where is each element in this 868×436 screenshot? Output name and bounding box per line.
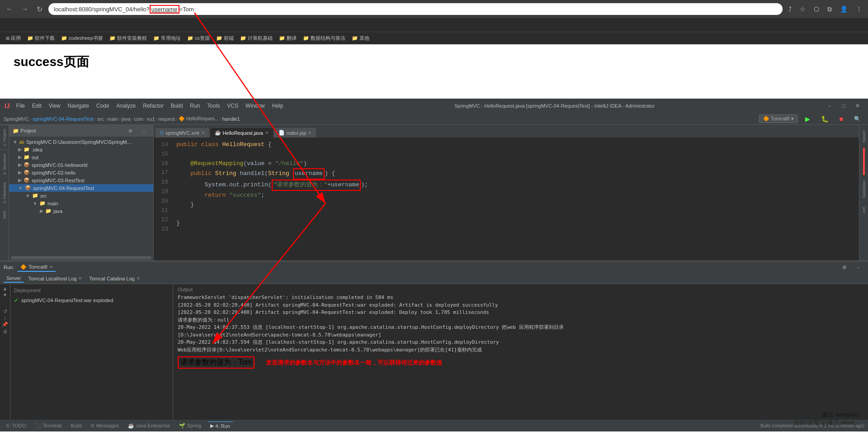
menu-tools[interactable]: Tools [204, 101, 222, 111]
menu-navigate[interactable]: Navigate [65, 101, 92, 111]
bookmark-cs[interactable]: 📁cs资源 [185, 34, 212, 43]
menu-code[interactable]: Code [94, 101, 112, 111]
split-view-button[interactable]: ⧉ [825, 5, 834, 14]
run-catalina-log-tab[interactable]: Tomcat Catalina Log ✕ [86, 275, 142, 282]
java-enterprise-tab[interactable]: ☕ Java Enterprise [125, 422, 173, 430]
tree-module2[interactable]: ▶ 📦 springMVC-02-hello [9, 169, 153, 176]
database-panel-button[interactable]: Database [860, 177, 868, 202]
menu-file[interactable]: File [14, 101, 28, 111]
tab-index-jsp[interactable]: 📄 index.jsp ✕ [274, 128, 316, 137]
bookmark-cs-basics[interactable]: 📁计算机基础 [238, 34, 275, 43]
spring-tab[interactable]: 🌱 Spring [176, 422, 204, 430]
back-button[interactable]: ← [4, 4, 15, 14]
web-tab[interactable]: Web [0, 207, 9, 223]
tree-out[interactable]: ▶ 📁 out [9, 153, 153, 161]
scroll-down-button[interactable]: ▼ [3, 292, 8, 298]
structure-tab[interactable]: 2: Structure [0, 150, 9, 179]
ide-sidebar: 📁 Project ⚙ ＿ ▼ 🗁 SpringMVC D:\Java\ssm\… [9, 125, 154, 261]
menu-run[interactable]: Run [187, 101, 203, 111]
ant-panel-button[interactable]: Ant [860, 204, 868, 217]
bookmark-codesheep[interactable]: 📁codesheep书签 [59, 34, 105, 43]
bookmark-translate[interactable]: 📁翻译 [277, 34, 299, 43]
ide-editor: ⟨⟩ springMVC.xml ✕ ☕ HelloRequest.java ✕… [154, 125, 859, 261]
code-line-19: return "success"; [176, 191, 854, 200]
messages-tab[interactable]: 0: Messages [88, 422, 122, 429]
tree-idea[interactable]: ▶ 📁 .idea [9, 146, 153, 153]
ide-maximize-button[interactable]: □ [839, 101, 849, 111]
run-config-dropdown[interactable]: 🔶 Tomcat8 ▾ [759, 114, 798, 123]
tab-springmvc-xml[interactable]: ⟨⟩ springMVC.xml ✕ [156, 128, 209, 137]
terminal-tab[interactable]: ⬛ Terminal [33, 422, 65, 430]
bookmark-button[interactable]: ☆ [797, 5, 808, 14]
search-everywhere-button[interactable]: 🔍 [850, 115, 864, 123]
menu-build[interactable]: Build [168, 101, 186, 111]
print-button[interactable]: 🖨 [3, 328, 8, 334]
bookmark-frontend[interactable]: 📁前端 [214, 34, 236, 43]
browser-chrome: ← → ↻ localhost:8080/springMVC_04/hello?… [0, 0, 868, 44]
tree-java[interactable]: ▶ 📁 java [9, 207, 153, 215]
run-localhost-log-tab[interactable]: Tomcat Localhost Log ✕ [25, 275, 85, 282]
bookmark-other[interactable]: 📁其他 [349, 34, 372, 43]
sidebar-scrollbar[interactable] [11, 256, 151, 260]
ide-minimize-button[interactable]: － [823, 101, 836, 111]
profile-button[interactable]: 👤 [838, 5, 850, 14]
bookmark-install[interactable]: 📁软件安装教程 [107, 34, 149, 43]
tree-module1[interactable]: ▶ 📦 springMVC-01-helloworld [9, 161, 153, 169]
run-server-tab[interactable]: Server [4, 275, 24, 283]
forward-button[interactable]: → [19, 4, 31, 14]
chrome-menu-button[interactable]: ⋮ [854, 5, 864, 14]
code-line-18: System.out.println("请求参数的值为："+username); [176, 180, 854, 191]
pin-button[interactable]: 📌 [2, 322, 8, 327]
run-tab[interactable]: ▶ 4: Run [208, 422, 232, 430]
tree-module3[interactable]: ▶ 📦 springMVC-03-RestTest [9, 176, 153, 184]
project-tab[interactable]: 1: Project [0, 125, 9, 150]
project-tree: ▼ 🗁 SpringMVC D:\Java\ssm\SpringMVC\Spri… [9, 137, 153, 255]
bookmark-software[interactable]: 📁软件下载 [25, 34, 57, 43]
ide-menu: File Edit View Navigate Code Analyze Ref… [14, 101, 286, 111]
tree-src[interactable]: ▼ 📁 src [9, 192, 153, 199]
tab-hellorequest-java[interactable]: ☕ HelloRequest.java ✕ [210, 128, 273, 137]
code-line-15 [176, 150, 854, 159]
scroll-refresh-button[interactable]: ↺ [3, 308, 7, 314]
menu-help[interactable]: Help [269, 101, 286, 111]
favorites-tab[interactable]: 2: Favorites [0, 179, 9, 207]
reload-button[interactable]: ↻ [34, 4, 45, 14]
build-tab[interactable]: Build [68, 422, 84, 429]
bookmark-common[interactable]: 📁常用地址 [151, 34, 183, 43]
scroll-up-button[interactable]: ▲ [3, 286, 8, 291]
menu-window[interactable]: Window [243, 101, 268, 111]
activation-line2: 转到"设置"以激活 Wind... [794, 419, 859, 427]
tree-module4[interactable]: ▼ 📦 springMVC-04-RequestTest [9, 184, 153, 192]
sidebar-collapse-button[interactable]: ＿ [138, 127, 150, 135]
run-panel-minimize-button[interactable]: － [852, 263, 864, 272]
stop-button[interactable]: ■ [836, 114, 847, 123]
deployment-item: ✓ springMVC-04-RequestTest:war exploded [14, 296, 169, 305]
ide-logo: IJ [5, 102, 10, 109]
code-line-16: @RequestMapping(value = "/hello") [176, 159, 854, 169]
debug-button[interactable]: 🐛 [817, 114, 832, 123]
menu-refactor[interactable]: Refactor [140, 101, 166, 111]
run-build-button[interactable]: ▶ [802, 114, 814, 123]
sidebar-header: 📁 Project ⚙ ＿ [9, 125, 153, 137]
menu-analyze[interactable]: Analyze [114, 101, 139, 111]
page-title: success页面 [14, 53, 854, 71]
sidebar-settings-button[interactable]: ⚙ [125, 127, 136, 135]
bookmark-apps[interactable]: ⊞应用 [4, 34, 23, 43]
ide-close-button[interactable]: ✕ [852, 101, 863, 111]
code-line-20: } [176, 200, 854, 210]
extension-button[interactable]: ⬡ [811, 5, 821, 14]
tree-root[interactable]: ▼ 🗁 SpringMVC D:\Java\ssm\SpringMVC\Spri… [9, 138, 153, 146]
menu-edit[interactable]: Edit [29, 101, 44, 111]
ide-titlebar: IJ File Edit View Navigate Code Analyze … [0, 99, 868, 113]
scroll-nav-button[interactable]: ↕ [4, 315, 6, 321]
bookmark-algorithms[interactable]: 📁数据结构与算法 [301, 34, 348, 43]
run-panel-settings-button[interactable]: ⚙ [839, 263, 850, 272]
menu-vcs[interactable]: VCS [224, 101, 241, 111]
run-tomcat-tab[interactable]: 🔶 Tomcat8 ✕ [18, 263, 56, 272]
address-bar[interactable]: localhost:8080/springMVC_04/hello?userna… [48, 3, 783, 15]
share-button[interactable]: ⤴ [786, 5, 794, 14]
menu-view[interactable]: View [46, 101, 63, 111]
todo-tab[interactable]: 6: TODO [4, 422, 29, 429]
maven-panel-button[interactable]: Maven [860, 127, 868, 146]
tree-main[interactable]: ▼ 📁 main [9, 199, 153, 207]
